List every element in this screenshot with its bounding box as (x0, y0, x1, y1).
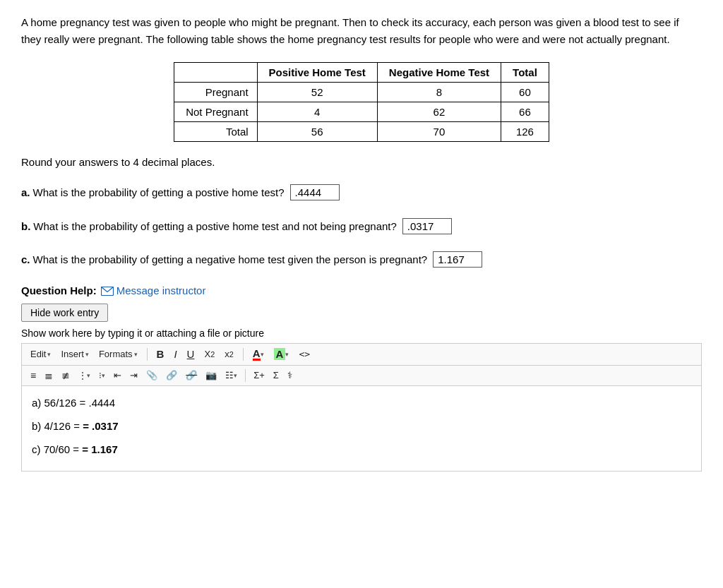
question-b: b. What is the probability of getting a … (21, 217, 702, 236)
toolbar-separator-1 (147, 348, 148, 361)
image-button[interactable]: 📷 (203, 368, 220, 382)
editor-line-b: b) 4/126 = = .0317 (32, 416, 691, 436)
bg-color-caret: ▾ (285, 351, 289, 358)
edit-menu-button[interactable]: Edit ▾ (28, 347, 54, 361)
table-row-pregnant: Pregnant 52 8 60 (174, 83, 549, 102)
table-cell-notpregnant-negative: 62 (377, 102, 501, 122)
question-c-text: What is the probability of getting a neg… (33, 251, 428, 269)
editor-toolbar-bottom: ≡ ≣ ≢ ⋮ ▾ ⁝ ▾ ⇤ ⇥ 📎 🔗 🔗 📷 ☷ ▾ Σ+ Σ ⚕ (22, 366, 701, 386)
insert-menu-button[interactable]: Insert ▾ (58, 347, 92, 361)
sum-plus-button[interactable]: Σ+ (251, 368, 268, 382)
insert-menu-caret: ▾ (85, 351, 89, 358)
underline-button[interactable]: U (184, 347, 198, 361)
question-c-label: c. (21, 251, 30, 269)
font-color-caret: ▾ (261, 351, 264, 358)
numbering-dropdown-button[interactable]: ⁝ ▾ (96, 369, 108, 382)
message-instructor-text: Message instructor (116, 284, 206, 296)
table-header-positive: Positive Home Test (257, 63, 377, 83)
align-left-button[interactable]: ≡ (28, 368, 39, 383)
outdent-button[interactable]: ⇤ (111, 368, 124, 382)
table-header-negative: Negative Home Test (377, 63, 501, 83)
special-char-button[interactable]: ⚕ (285, 368, 295, 382)
attach-button[interactable]: 📎 (143, 368, 160, 382)
table-cell-pregnant-label: Pregnant (174, 83, 257, 102)
question-c-input[interactable] (433, 251, 482, 268)
table-caret: ▾ (234, 372, 237, 379)
table-cell-pregnant-total: 60 (501, 83, 549, 102)
bold-button[interactable]: B (154, 347, 167, 361)
subscript-button[interactable]: X2 (201, 347, 217, 361)
formats-menu-caret: ▾ (134, 351, 138, 358)
table-row-total: Total 56 70 126 (174, 122, 549, 142)
table-cell-total-negative: 70 (377, 122, 501, 142)
question-b-label: b. (21, 217, 30, 236)
table-cell-notpregnant-label: Not Pregnant (174, 102, 257, 122)
bg-color-button[interactable]: A ▾ (271, 347, 292, 361)
question-b-input[interactable] (402, 218, 452, 234)
question-c: c. What is the probability of getting a … (21, 251, 702, 269)
table-header-row: Positive Home Test Negative Home Test To… (174, 63, 549, 83)
align-center-button[interactable]: ≣ (42, 368, 56, 383)
code-button[interactable]: <> (296, 347, 313, 361)
numbering-caret: ▾ (102, 372, 105, 379)
show-work-text: Show work here by typing it or attaching… (21, 328, 702, 339)
sigma-button[interactable]: Σ (270, 368, 282, 382)
italic-button[interactable]: I (171, 347, 179, 361)
align-right-button[interactable]: ≢ (59, 368, 73, 383)
formats-menu-button[interactable]: Formats ▾ (96, 347, 141, 361)
edit-menu-caret: ▾ (47, 351, 51, 358)
question-b-text: What is the probability of getting a pos… (33, 217, 397, 236)
round-note: Round your answers to 4 decimal places. (21, 156, 702, 168)
editor-content[interactable]: a) 56/126 = .4444 b) 4/126 = = .0317 c) … (22, 386, 701, 471)
table-cell-total-positive: 56 (257, 122, 377, 142)
table-cell-notpregnant-positive: 4 (257, 102, 377, 122)
toolbar-separator-2 (243, 348, 244, 361)
data-table: Positive Home Test Negative Home Test To… (174, 62, 549, 142)
table-cell-pregnant-negative: 8 (377, 83, 501, 102)
table-cell-total-total: 126 (501, 122, 549, 142)
link-button[interactable]: 🔗 (163, 368, 180, 382)
font-color-button[interactable]: A ▾ (250, 347, 267, 362)
table-cell-notpregnant-total: 66 (501, 102, 549, 122)
bullets-dropdown-button[interactable]: ⋮ ▾ (76, 369, 93, 382)
superscript-button[interactable]: x2 (222, 347, 237, 361)
question-a-label: a. (21, 184, 30, 202)
editor-container: Edit ▾ Insert ▾ Formats ▾ B I U X2 x2 A … (21, 343, 702, 472)
question-a-input[interactable] (290, 184, 340, 200)
table-cell-pregnant-positive: 52 (257, 83, 377, 102)
question-a: a. What is the probability of getting a … (21, 184, 702, 202)
bg-color-a: A (274, 348, 286, 360)
indent-button[interactable]: ⇥ (127, 368, 141, 382)
envelope-icon (101, 286, 114, 295)
intro-text: A home pregnancy test was given to peopl… (21, 14, 702, 48)
hide-work-entry-button[interactable]: Hide work entry (21, 304, 108, 322)
bullets-caret: ▾ (87, 372, 90, 379)
question-a-text: What is the probability of getting a pos… (33, 184, 285, 202)
toolbar-separator-3 (245, 369, 246, 382)
font-color-a: A (253, 348, 261, 361)
editor-toolbar-top: Edit ▾ Insert ▾ Formats ▾ B I U X2 x2 A … (22, 344, 701, 366)
question-help-bar: Question Help: Message instructor (21, 284, 702, 296)
table-dropdown-button[interactable]: ☷ ▾ (222, 368, 240, 382)
table-cell-total-label: Total (174, 122, 257, 142)
table-row-not-pregnant: Not Pregnant 4 62 66 (174, 102, 549, 122)
question-help-label: Question Help: (21, 284, 97, 296)
table-header-total: Total (501, 63, 549, 83)
table-header-empty (174, 63, 257, 83)
unlink-button[interactable]: 🔗 (183, 368, 200, 382)
editor-line-c: c) 70/60 = = 1.167 (32, 440, 691, 459)
editor-line-a: a) 56/126 = .4444 (32, 393, 691, 412)
message-instructor-link[interactable]: Message instructor (101, 284, 206, 296)
